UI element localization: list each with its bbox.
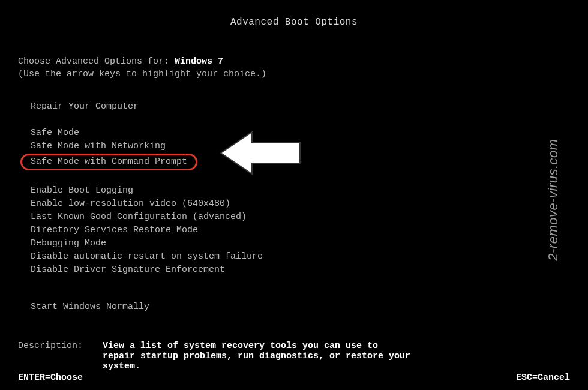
enter-hint: ENTER=Choose (18, 373, 83, 383)
menu-item-safe-mode-cmd[interactable]: Safe Mode with Command Prompt (20, 154, 197, 170)
description-block: Description: View a list of system recov… (18, 341, 570, 371)
menu-item-low-res[interactable]: Enable low-resolution video (640x480) (29, 198, 232, 210)
boot-menu[interactable]: Repair Your Computer Safe Mode Safe Mode… (18, 101, 570, 314)
choose-prefix: Choose Advanced Options for: (18, 56, 175, 67)
esc-hint: ESC=Cancel (516, 373, 570, 383)
footer-bar: ENTER=Choose ESC=Cancel (18, 373, 570, 383)
menu-item-repair[interactable]: Repair Your Computer (29, 101, 140, 113)
arrow-key-hint: (Use the arrow keys to highlight your ch… (18, 69, 570, 79)
menu-item-start-normally[interactable]: Start Windows Normally (29, 301, 151, 313)
os-name: Windows 7 (175, 56, 223, 67)
description-text: View a list of system recovery tools you… (103, 341, 415, 371)
boot-options-screen: Advanced Boot Options Choose Advanced Op… (0, 0, 588, 390)
menu-item-disable-driver-sig[interactable]: Disable Driver Signature Enforcement (29, 264, 227, 276)
menu-item-boot-logging[interactable]: Enable Boot Logging (29, 185, 135, 197)
page-title: Advanced Boot Options (18, 17, 570, 28)
menu-item-ds-restore[interactable]: Directory Services Restore Mode (29, 224, 200, 236)
menu-item-safe-mode[interactable]: Safe Mode (29, 127, 81, 139)
menu-item-debugging[interactable]: Debugging Mode (29, 238, 108, 250)
menu-item-last-known-good[interactable]: Last Known Good Configuration (advanced) (29, 211, 248, 223)
os-selection-line: Choose Advanced Options for: Windows 7 (18, 56, 570, 67)
description-label: Description: (18, 341, 97, 351)
menu-item-disable-auto-restart[interactable]: Disable automatic restart on system fail… (29, 251, 265, 263)
menu-item-safe-mode-net[interactable]: Safe Mode with Networking (29, 140, 167, 152)
